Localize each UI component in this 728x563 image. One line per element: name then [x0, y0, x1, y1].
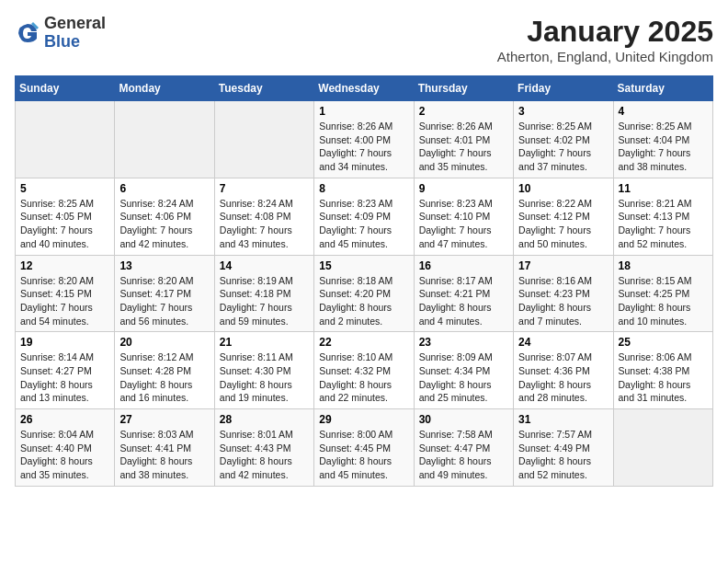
calendar-cell: 15Sunrise: 8:18 AM Sunset: 4:20 PM Dayli…	[314, 255, 414, 332]
title-block: January 2025 Atherton, England, United K…	[497, 15, 713, 64]
day-number: 18	[619, 259, 708, 272]
day-info: Sunrise: 8:14 AM Sunset: 4:27 PM Dayligh…	[20, 350, 109, 405]
day-info: Sunrise: 7:57 AM Sunset: 4:49 PM Dayligh…	[518, 428, 608, 482]
day-info: Sunrise: 8:21 AM Sunset: 4:13 PM Dayligh…	[619, 197, 708, 251]
day-number: 2	[419, 105, 508, 118]
day-number: 1	[319, 105, 408, 118]
day-number: 26	[20, 413, 109, 426]
calendar-cell: 20Sunrise: 8:12 AM Sunset: 4:28 PM Dayli…	[115, 332, 214, 409]
day-number: 29	[319, 413, 408, 426]
day-info: Sunrise: 8:12 AM Sunset: 4:28 PM Dayligh…	[119, 350, 209, 405]
calendar-cell: 19Sunrise: 8:14 AM Sunset: 4:27 PM Dayli…	[16, 332, 115, 409]
day-number: 27	[119, 413, 209, 426]
day-info: Sunrise: 8:18 AM Sunset: 4:20 PM Dayligh…	[319, 274, 408, 328]
calendar-cell: 16Sunrise: 8:17 AM Sunset: 4:21 PM Dayli…	[414, 255, 513, 332]
day-number: 3	[518, 105, 608, 118]
calendar-cell: 28Sunrise: 8:01 AM Sunset: 4:43 PM Dayli…	[214, 409, 313, 487]
day-info: Sunrise: 8:15 AM Sunset: 4:25 PM Dayligh…	[619, 274, 708, 328]
day-info: Sunrise: 8:20 AM Sunset: 4:17 PM Dayligh…	[119, 274, 209, 328]
day-info: Sunrise: 8:22 AM Sunset: 4:12 PM Dayligh…	[518, 197, 608, 251]
day-info: Sunrise: 8:23 AM Sunset: 4:10 PM Dayligh…	[419, 197, 508, 251]
day-number: 8	[319, 182, 408, 195]
calendar-cell: 4Sunrise: 8:25 AM Sunset: 4:04 PM Daylig…	[613, 101, 712, 178]
calendar-cell: 2Sunrise: 8:26 AM Sunset: 4:01 PM Daylig…	[414, 101, 513, 178]
calendar-week-5: 26Sunrise: 8:04 AM Sunset: 4:40 PM Dayli…	[16, 409, 713, 487]
calendar-cell	[16, 101, 115, 178]
col-friday: Friday	[514, 76, 613, 101]
day-info: Sunrise: 8:10 AM Sunset: 4:32 PM Dayligh…	[319, 350, 408, 405]
col-saturday: Saturday	[613, 76, 712, 101]
day-info: Sunrise: 8:01 AM Sunset: 4:43 PM Dayligh…	[220, 428, 309, 482]
day-info: Sunrise: 8:23 AM Sunset: 4:09 PM Dayligh…	[319, 197, 408, 251]
header-row: Sunday Monday Tuesday Wednesday Thursday…	[16, 76, 713, 101]
calendar-cell: 21Sunrise: 8:11 AM Sunset: 4:30 PM Dayli…	[214, 332, 313, 409]
day-info: Sunrise: 8:26 AM Sunset: 4:01 PM Dayligh…	[419, 120, 508, 174]
day-number: 9	[419, 182, 508, 195]
calendar-cell: 17Sunrise: 8:16 AM Sunset: 4:23 PM Dayli…	[514, 255, 613, 332]
day-number: 12	[20, 259, 109, 272]
day-number: 19	[20, 336, 109, 349]
calendar-cell: 9Sunrise: 8:23 AM Sunset: 4:10 PM Daylig…	[414, 178, 513, 255]
day-info: Sunrise: 8:24 AM Sunset: 4:08 PM Dayligh…	[220, 197, 309, 251]
calendar-cell: 18Sunrise: 8:15 AM Sunset: 4:25 PM Dayli…	[613, 255, 712, 332]
day-number: 13	[119, 259, 209, 272]
header: General Blue January 2025 Atherton, Engl…	[15, 15, 713, 64]
calendar-cell: 22Sunrise: 8:10 AM Sunset: 4:32 PM Dayli…	[314, 332, 414, 409]
day-number: 24	[518, 336, 608, 349]
calendar-table: Sunday Monday Tuesday Wednesday Thursday…	[15, 75, 713, 487]
day-number: 28	[220, 413, 309, 426]
calendar-header: Sunday Monday Tuesday Wednesday Thursday…	[16, 76, 713, 101]
col-sunday: Sunday	[16, 76, 115, 101]
calendar-cell: 23Sunrise: 8:09 AM Sunset: 4:34 PM Dayli…	[414, 332, 513, 409]
day-number: 31	[518, 413, 608, 426]
calendar-cell: 6Sunrise: 8:24 AM Sunset: 4:06 PM Daylig…	[115, 178, 214, 255]
calendar-cell: 27Sunrise: 8:03 AM Sunset: 4:41 PM Dayli…	[115, 409, 214, 487]
calendar-cell: 25Sunrise: 8:06 AM Sunset: 4:38 PM Dayli…	[613, 332, 712, 409]
day-number: 22	[319, 336, 408, 349]
calendar-cell: 29Sunrise: 8:00 AM Sunset: 4:45 PM Dayli…	[314, 409, 414, 487]
day-info: Sunrise: 8:20 AM Sunset: 4:15 PM Dayligh…	[20, 274, 109, 328]
calendar-cell: 7Sunrise: 8:24 AM Sunset: 4:08 PM Daylig…	[214, 178, 313, 255]
day-info: Sunrise: 8:25 AM Sunset: 4:04 PM Dayligh…	[619, 120, 708, 174]
day-info: Sunrise: 8:25 AM Sunset: 4:05 PM Dayligh…	[20, 197, 109, 251]
col-thursday: Thursday	[414, 76, 513, 101]
col-tuesday: Tuesday	[214, 76, 313, 101]
day-number: 4	[619, 105, 708, 118]
calendar-cell: 5Sunrise: 8:25 AM Sunset: 4:05 PM Daylig…	[16, 178, 115, 255]
day-number: 5	[20, 182, 109, 195]
calendar-cell: 13Sunrise: 8:20 AM Sunset: 4:17 PM Dayli…	[115, 255, 214, 332]
calendar-cell: 11Sunrise: 8:21 AM Sunset: 4:13 PM Dayli…	[613, 178, 712, 255]
calendar-week-2: 5Sunrise: 8:25 AM Sunset: 4:05 PM Daylig…	[16, 178, 713, 255]
day-number: 30	[419, 413, 508, 426]
calendar-body: 1Sunrise: 8:26 AM Sunset: 4:00 PM Daylig…	[16, 101, 713, 487]
logo-general: General	[44, 14, 106, 32]
logo-text: General Blue	[44, 15, 106, 52]
day-info: Sunrise: 8:19 AM Sunset: 4:18 PM Dayligh…	[220, 274, 309, 328]
logo: General Blue	[15, 15, 106, 52]
day-info: Sunrise: 8:16 AM Sunset: 4:23 PM Dayligh…	[518, 274, 608, 328]
day-number: 6	[119, 182, 209, 195]
calendar-cell: 30Sunrise: 7:58 AM Sunset: 4:47 PM Dayli…	[414, 409, 513, 487]
day-number: 21	[220, 336, 309, 349]
col-wednesday: Wednesday	[314, 76, 414, 101]
day-number: 20	[119, 336, 209, 349]
calendar-cell	[115, 101, 214, 178]
day-info: Sunrise: 8:25 AM Sunset: 4:02 PM Dayligh…	[518, 120, 608, 174]
day-info: Sunrise: 8:11 AM Sunset: 4:30 PM Dayligh…	[220, 350, 309, 405]
calendar-cell	[214, 101, 313, 178]
day-number: 11	[619, 182, 708, 195]
day-number: 10	[518, 182, 608, 195]
day-info: Sunrise: 8:04 AM Sunset: 4:40 PM Dayligh…	[20, 428, 109, 482]
calendar-week-4: 19Sunrise: 8:14 AM Sunset: 4:27 PM Dayli…	[16, 332, 713, 409]
calendar-cell: 3Sunrise: 8:25 AM Sunset: 4:02 PM Daylig…	[514, 101, 613, 178]
day-info: Sunrise: 8:17 AM Sunset: 4:21 PM Dayligh…	[419, 274, 508, 328]
logo-blue: Blue	[44, 32, 80, 51]
calendar-title: January 2025	[497, 15, 713, 49]
day-info: Sunrise: 8:07 AM Sunset: 4:36 PM Dayligh…	[518, 350, 608, 405]
day-number: 17	[518, 259, 608, 272]
day-info: Sunrise: 8:09 AM Sunset: 4:34 PM Dayligh…	[419, 350, 508, 405]
calendar-cell: 31Sunrise: 7:57 AM Sunset: 4:49 PM Dayli…	[514, 409, 613, 487]
day-info: Sunrise: 8:26 AM Sunset: 4:00 PM Dayligh…	[319, 120, 408, 174]
calendar-subtitle: Atherton, England, United Kingdom	[497, 49, 713, 64]
calendar-cell: 8Sunrise: 8:23 AM Sunset: 4:09 PM Daylig…	[314, 178, 414, 255]
